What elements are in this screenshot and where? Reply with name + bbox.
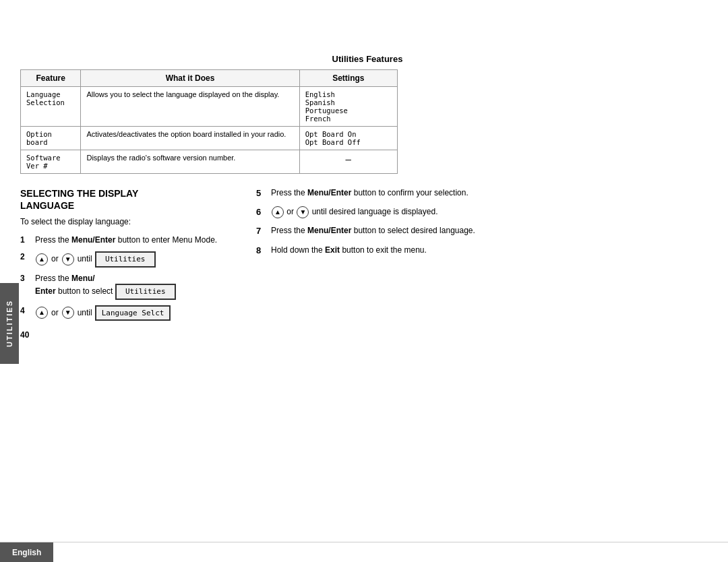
bottom-bar: English [0, 542, 728, 562]
steps-right-list: 5 Press the Menu/Enter button to confirm… [256, 187, 715, 257]
down-arrow-icon: ▼ [62, 253, 74, 266]
lcd-display: Language Selct [95, 305, 171, 321]
feature-cell: Optionboard [21, 127, 81, 150]
sidebar-utilities-label: UTILITIES [5, 300, 13, 347]
main-content: Utilities Features Feature What it Does … [20, 54, 715, 535]
sidebar-utilities-tab: UTILITIES [0, 283, 19, 364]
english-label: English [0, 542, 53, 562]
table-row: LanguageSelection Allows you to select t… [21, 87, 398, 127]
settings-cell: — [299, 150, 397, 174]
list-item: 5 Press the Menu/Enter button to confirm… [256, 187, 715, 199]
steps-left-list: 1 Press the Menu/Enter button to enter M… [20, 235, 236, 321]
table-row: Optionboard Activates/deactivates the op… [21, 127, 398, 150]
up-arrow-icon: ▲ [272, 206, 284, 218]
table-title: Utilities Features [20, 54, 715, 64]
settings-cell: Opt Board OnOpt Board Off [299, 127, 397, 150]
lcd-display: Utilities [95, 251, 156, 267]
lcd-display: Utilities [115, 284, 176, 299]
feature-cell: LanguageSelection [21, 87, 81, 127]
down-arrow-icon: ▼ [62, 307, 74, 319]
left-column: SELECTING THE DISPLAY LANGUAGE To select… [20, 187, 236, 340]
right-column: 5 Press the Menu/Enter button to confirm… [256, 187, 715, 340]
section-heading: SELECTING THE DISPLAY LANGUAGE [20, 187, 236, 212]
page-number: 40 [20, 330, 236, 340]
list-item: 7 Press the Menu/Enter button to select … [256, 225, 715, 237]
intro-text: To select the display language: [20, 217, 236, 226]
list-item: 2 ▲ or ▼ until Utilities [20, 251, 236, 267]
list-item: 4 ▲ or ▼ until Language Selct [20, 305, 236, 321]
down-arrow-icon: ▼ [297, 206, 309, 218]
whatitdoes-cell: Allows you to select the language displa… [81, 87, 299, 127]
col-header-feature: Feature [21, 70, 81, 87]
two-col-section: SELECTING THE DISPLAY LANGUAGE To select… [20, 187, 715, 340]
feature-cell: SoftwareVer # [21, 150, 81, 174]
table-row: SoftwareVer # Displays the radio's softw… [21, 150, 398, 174]
list-item: 3 Press the Menu/Enter button to select … [20, 273, 236, 300]
features-table: Feature What it Does Settings LanguageSe… [20, 69, 398, 174]
col-header-settings: Settings [299, 70, 397, 87]
up-arrow-icon: ▲ [36, 253, 48, 266]
col-header-whatitdoes: What it Does [81, 70, 299, 87]
whatitdoes-cell: Displays the radio's software version nu… [81, 150, 299, 174]
up-arrow-icon: ▲ [36, 307, 48, 319]
list-item: 1 Press the Menu/Enter button to enter M… [20, 235, 236, 246]
list-item: 6 ▲ or ▼ until desired language is displ… [256, 206, 715, 218]
settings-cell: EnglishSpanishPortugueseFrench [299, 87, 397, 127]
list-item: 8 Hold down the Exit button to exit the … [256, 245, 715, 257]
whatitdoes-cell: Activates/deactivates the option board i… [81, 127, 299, 150]
